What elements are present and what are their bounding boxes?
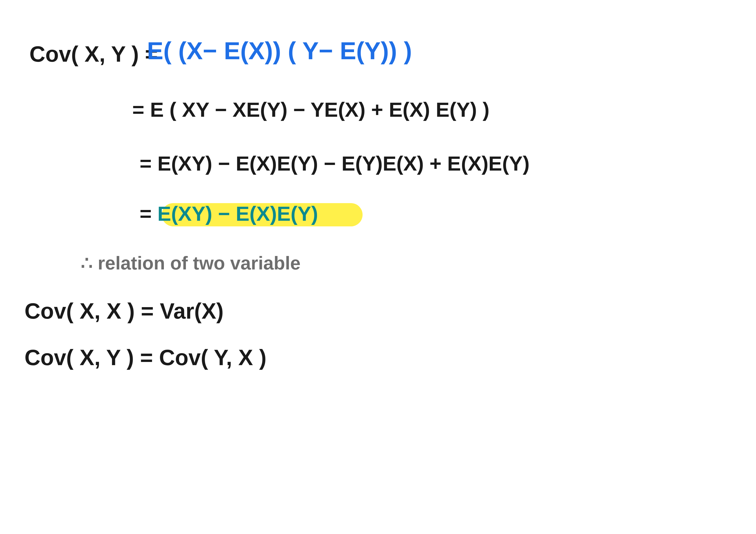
- property-cov-xx: Cov( X, X ) = Var(X): [24, 298, 224, 324]
- note-relation: ∴ relation of two variable: [81, 252, 301, 274]
- expansion-step-1: = E ( XY − XE(Y) − YE(X) + E(X) E(Y) ): [132, 98, 490, 122]
- result-equals: =: [140, 202, 157, 225]
- result-formula: E(XY) − E(X)E(Y): [157, 202, 318, 225]
- property-cov-symmetry: Cov( X, Y ) = Cov( Y, X ): [24, 345, 266, 370]
- cov-lhs: Cov( X, Y ) =: [29, 42, 158, 66]
- cov-rhs-blue: E( (X− E(X)) ( Y− E(Y)) ): [147, 37, 412, 64]
- handwritten-notes-page: Cov( X, Y ) = E( (X− E(X)) ( Y− E(Y)) ) …: [0, 0, 756, 534]
- cov-definition-rhs: E( (X− E(X)) ( Y− E(Y)) ): [147, 37, 412, 65]
- covariance-result: = E(XY) − E(X)E(Y): [140, 202, 756, 226]
- expansion-step-2: = E(XY) − E(X)E(Y) − E(Y)E(X) + E(X)E(Y): [140, 152, 530, 175]
- cov-definition-lhs: Cov( X, Y ) =: [29, 41, 158, 67]
